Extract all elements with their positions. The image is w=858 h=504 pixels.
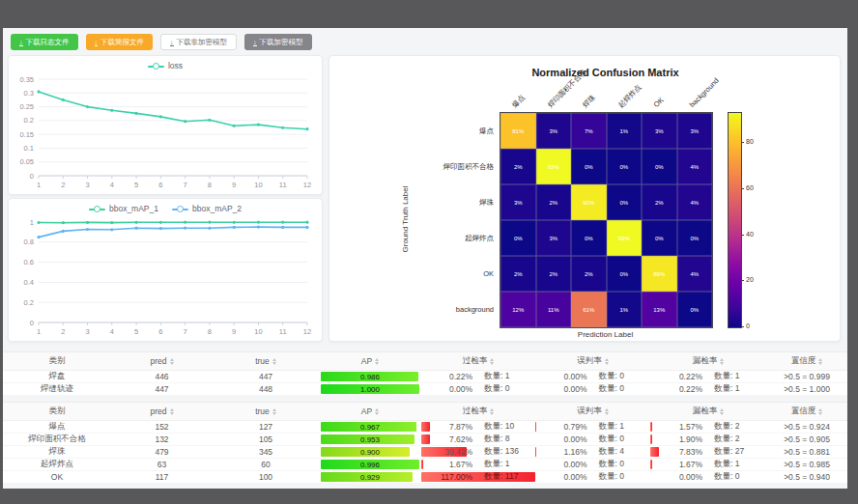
rate-percent: 0.00% [535, 372, 587, 381]
overcheck-rate-cell: 39.42%数量: 136 [421, 446, 535, 458]
svg-text:6: 6 [158, 181, 162, 189]
column-header-true[interactable]: true [213, 403, 319, 420]
loss-chart-card: loss 00.050.10.150.20.250.30.35123456789… [8, 55, 323, 195]
sort-icon[interactable] [272, 408, 276, 415]
heatmap-row-label: 爆点 [386, 126, 494, 136]
rate-percent: 1.57% [650, 422, 702, 432]
miss-rate-cell: 7.83%数量: 27 [650, 446, 766, 458]
true-count: 345 [213, 446, 319, 458]
sort-icon[interactable] [490, 408, 494, 415]
ap-cell: 0.953 [319, 434, 421, 445]
matrix-cell: 0% [607, 149, 643, 184]
download-plain-model-button[interactable]: ↓下载非加密模型 [160, 34, 237, 50]
column-header-误判率[interactable]: 误判率 [535, 403, 650, 420]
matrix-cell: 0% [642, 149, 677, 184]
matrix-cell: 90% [571, 184, 607, 220]
legend-item-bbox_mAP_2[interactable]: bbox_mAP_2 [172, 204, 242, 213]
class-name: OK [3, 471, 111, 483]
misjudge-rate-cell: 0.00%数量: 0 [535, 371, 650, 382]
header-label: AP [361, 406, 372, 416]
matrix-cell: 2% [571, 256, 607, 292]
legend-item-loss[interactable]: loss [148, 61, 183, 70]
misjudge-rate-cell: 0.00%数量: 0 [535, 434, 650, 445]
matrix-cell: 93% [607, 220, 643, 256]
legend-item-bbox_mAP_1[interactable]: bbox_mAP_1 [89, 204, 158, 213]
matrix-cell: 4% [677, 149, 713, 184]
matrix-cell: 3% [536, 113, 572, 149]
column-header-置信度[interactable]: 置信度 [766, 403, 847, 420]
sort-icon[interactable] [818, 358, 822, 365]
pred-count: 63 [111, 459, 213, 470]
rate-count: 数量: 10 [472, 421, 535, 433]
heatmap-column-label: OK [652, 96, 666, 109]
table-row: 起焊炸点63600.9961.67%数量: 10.00%数量: 01.67%数量… [3, 459, 847, 471]
rate-count: 数量: 0 [472, 383, 535, 395]
metrics-tables: 类别predtrueAP过检率误判率漏检率置信度焊盘4464470.9860.2… [3, 351, 847, 490]
rate-percent: 0.22% [650, 372, 702, 381]
svg-text:0.2: 0.2 [24, 298, 34, 307]
svg-text:7: 7 [184, 181, 187, 189]
true-count: 105 [213, 434, 319, 445]
matrix-cell: 1% [607, 113, 643, 149]
rate-count: 数量: 4 [587, 446, 650, 458]
heatmap-column-label: 爆点 [510, 93, 528, 110]
svg-text:2: 2 [61, 181, 65, 189]
download-encrypted-model-button[interactable]: ↓下载加密模型 [244, 34, 312, 50]
confidence-value: >0.5 = 0.999 [766, 371, 847, 382]
sort-icon[interactable] [720, 408, 724, 415]
matrix-cell: 2% [500, 256, 536, 292]
sort-icon[interactable] [170, 408, 174, 415]
matrix-cell: 4% [677, 184, 713, 220]
ap-cell: 0.996 [319, 459, 421, 470]
sort-icon[interactable] [375, 408, 379, 415]
colorbar-tick-label: 40 [746, 231, 754, 238]
table-row: 爆点1521270.9677.87%数量: 100.79%数量: 11.57%数… [3, 421, 847, 434]
matrix-cell: 81% [500, 113, 536, 149]
column-header-过检率[interactable]: 过检率 [421, 403, 535, 420]
column-header-AP[interactable]: AP [319, 352, 421, 370]
rate-percent: 0.00% [421, 384, 472, 394]
ap-value: 1.000 [321, 384, 419, 394]
matrix-cell: 0% [642, 220, 677, 256]
sort-icon[interactable] [605, 408, 609, 415]
column-header-pred[interactable]: pred [111, 403, 213, 420]
svg-text:0.4: 0.4 [24, 278, 34, 287]
column-header-漏检率[interactable]: 漏检率 [650, 403, 766, 420]
sort-icon[interactable] [490, 358, 494, 365]
sort-icon[interactable] [818, 408, 822, 415]
column-header-过检率[interactable]: 过检率 [421, 352, 535, 370]
svg-text:8: 8 [208, 327, 212, 336]
rate-count: 数量: 0 [702, 471, 766, 483]
svg-text:0.3: 0.3 [24, 89, 34, 98]
column-header-误判率[interactable]: 误判率 [535, 352, 650, 370]
sort-icon[interactable] [720, 358, 724, 365]
miss-rate-cell: 0.22%数量: 1 [650, 383, 766, 395]
svg-text:0.05: 0.05 [19, 157, 34, 166]
svg-text:10: 10 [254, 181, 262, 189]
header-label: 误判率 [577, 355, 602, 367]
sort-icon[interactable] [375, 358, 379, 365]
download-report-button[interactable]: ↓下载简报文件 [86, 34, 154, 50]
overcheck-rate-cell: 117.00%数量: 117 [421, 471, 535, 483]
heatmap-row-label: 焊印面积不合格 [386, 162, 494, 172]
rate-percent: 0.22% [650, 384, 702, 394]
svg-text:11: 11 [279, 181, 287, 189]
column-header-置信度[interactable]: 置信度 [766, 352, 847, 370]
rate-percent: 7.87% [421, 422, 472, 432]
matrix-cell: 0% [571, 149, 607, 184]
rate-percent: 7.62% [421, 434, 472, 444]
svg-text:12: 12 [303, 181, 311, 189]
download-log-button[interactable]: ↓下载日志文件 [11, 34, 78, 50]
confidence-value: >0.5 = 0.905 [766, 434, 847, 445]
sort-icon[interactable] [605, 358, 609, 365]
column-header-true[interactable]: true [213, 352, 319, 370]
sort-icon[interactable] [170, 358, 174, 365]
column-header-漏检率[interactable]: 漏检率 [650, 352, 766, 370]
column-header-pred[interactable]: pred [111, 352, 213, 370]
column-header-AP[interactable]: AP [319, 403, 421, 420]
header-label: 过检率 [463, 355, 488, 367]
header-label: pred [150, 356, 166, 366]
confidence-value: >0.5 = 0.985 [766, 459, 847, 470]
sort-icon[interactable] [272, 358, 276, 365]
svg-text:0: 0 [30, 172, 34, 181]
